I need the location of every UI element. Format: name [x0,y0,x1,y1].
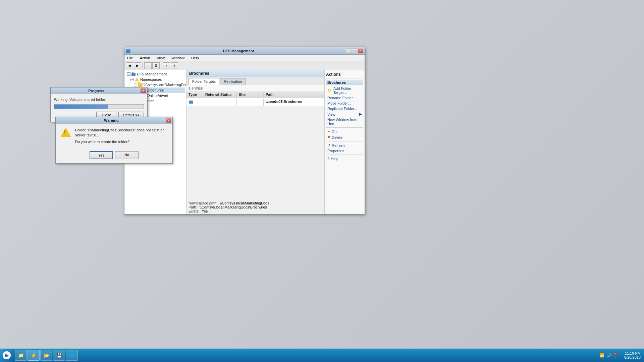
actions-separator-1 [326,127,363,128]
menu-view[interactable]: View [155,55,166,61]
action-delete-label: Delete [332,135,342,139]
cut-icon: ✂ [327,129,330,134]
exists-value: Yes [202,209,208,213]
table-header: Type Referral Status Site Path [186,91,324,98]
toolbar: ◀ ▶ ↑ 🖥 i ? [124,61,365,70]
restore-button[interactable]: □ [352,49,357,53]
action-new-window[interactable]: New Window from Here [326,117,363,126]
taskbar-storage-icon: 💾 [56,352,62,358]
warning-yes-button[interactable]: Yes [90,151,113,159]
action-help[interactable]: ? Help [326,156,363,161]
taskbar-powershell-icon: ⚡ [31,352,37,358]
tree-item-dfs-management[interactable]: − DFS Management [126,71,185,77]
start-button[interactable]: ⊞ [0,349,13,362]
path-lbl: Path: [189,205,197,209]
windows-logo-icon: ⊞ [3,351,11,359]
exists-label: Exists: Yes [189,209,322,213]
progress-close-btn[interactable]: ✕ [141,88,146,93]
svg-rect-2 [131,73,136,76]
actions-panel: Actions Brochures 📁 Add Folder Target...… [324,70,365,214]
tree-label-brochures: Brochures [147,88,164,92]
action-cut[interactable]: ✂ Cut [326,129,363,134]
tree-label-namespace: \\Comsys.local\MarketingDocs [144,83,186,87]
taskbar-item-powershell[interactable]: ⚡ [28,350,40,361]
svg-rect-1 [126,49,128,50]
title-bar: DFS Management − □ ✕ [124,47,365,55]
action-view[interactable]: View ▶ [326,111,363,117]
minimize-button[interactable]: − [346,49,351,53]
tree-item-namespace-path[interactable]: − \\Comsys.local\MarketingDocs [126,82,185,87]
taskbar-item-storage[interactable]: 💾 [53,350,65,361]
forward-button[interactable]: ▶ [134,62,141,69]
col-header-path: Path [264,92,324,97]
action-refresh[interactable]: ↺ Refresh [326,142,363,148]
delete-icon: ✕ [327,135,330,139]
action-rename-label: Rename Folder... [327,96,356,100]
refresh-icon: ↺ [327,143,330,147]
warning-message-line2: Do you want to create the folder? [75,139,168,144]
tab-replication[interactable]: Replication [220,78,246,85]
warning-close-btn[interactable]: ✕ [166,118,171,123]
tree-expand-dfs[interactable]: − [127,72,130,76]
action-move-folder[interactable]: Move Folder... [326,101,363,106]
action-properties[interactable]: Properties [326,148,363,154]
tree-label-online-advert: OnlineAdvert [147,94,168,98]
properties-button[interactable]: i [163,62,170,69]
action-add-folder-target[interactable]: 📁 Add Folder Target... [326,86,363,95]
window-title: DFS Management [131,49,346,53]
tree-item-namespaces[interactable]: − Namespaces [126,77,185,82]
namespace-path-label: Namespace path: \\Comsys.local\Marketing… [189,201,322,205]
tree-expand-namespace[interactable]: − [134,83,137,86]
close-button[interactable]: ✕ [358,49,363,53]
action-replicate-folder[interactable]: Replicate Folder... [326,106,363,111]
app-icon [126,48,131,54]
tab-bar: Folder Targets Replication [186,77,324,85]
menu-window[interactable]: Window [170,55,186,61]
col-header-site: Site [237,92,264,97]
warning-message-line1: Folder "c:\MarketingDocs\Brochures" does… [75,128,168,138]
actions-separator-3 [326,155,363,155]
taskbar-item-folder2[interactable]: 📂 [40,350,52,361]
warning-dialog: Warning ✕ Folder "c:\MarketingDocs\Broch… [55,117,173,164]
taskbar-explorer-icon: 📁 [18,352,24,358]
exists-lbl: Exists: [189,209,199,213]
back-button[interactable]: ◀ [126,62,133,69]
help-toolbar-button[interactable]: ? [171,62,178,69]
taskbar-clock[interactable]: 11:19 PM 8/20/2013 [621,351,644,359]
warning-title: Warning [57,118,166,122]
action-view-label: View [327,112,335,116]
namespace-bottom-section: Namespace path: \\Comsys.local\Marketing… [186,200,324,214]
toolbar-separator-1 [143,63,143,69]
menu-help[interactable]: Help [190,55,200,61]
dfs-management-icon [131,72,136,76]
path-label: Path: \\Comsys.local\MarketingDocs\Broch… [189,205,322,209]
table-row[interactable]: \\seodc01\Brochures [186,98,324,107]
toolbar-separator-2 [161,63,161,69]
taskbar-item-explorer[interactable]: 📁 [15,350,27,361]
action-add-folder-label: Add Folder Target... [333,86,362,95]
cell-type [186,99,203,106]
up-button[interactable]: ↑ [144,62,152,69]
action-rename-folder[interactable]: Rename Folder... [326,95,363,101]
menu-action[interactable]: Action [139,55,152,61]
progress-title: Progress [52,89,141,93]
warning-triangle-icon [60,128,71,138]
show-hide-button[interactable]: 🖥 [152,62,160,69]
warning-no-button[interactable]: No [115,151,139,159]
progress-bar-container [54,104,144,109]
view-submenu-arrow: ▶ [359,112,362,116]
taskbar-tray: 📶 🔊 🚩 [597,352,621,358]
taskbar-item-network[interactable]: 🌐 [66,350,78,361]
tray-network-icon: 📶 [599,352,605,358]
action-delete[interactable]: ✕ Delete [326,134,363,140]
action-replicate-label: Replicate Folder... [327,107,357,111]
taskbar-network-icon: 🌐 [69,352,75,358]
entries-label: 1 entries [186,85,324,91]
progress-working-text: Working: Validate shared folder. [54,98,144,102]
tree-expand-namespaces[interactable]: − [130,78,134,81]
taskbar-folder2-icon: 📂 [43,352,49,358]
cell-path: \\seodc01\Brochures [264,99,324,106]
menu-file[interactable]: File [126,55,135,61]
actions-section-brochures: Brochures [326,80,363,85]
tab-folder-targets[interactable]: Folder Targets [189,78,219,85]
